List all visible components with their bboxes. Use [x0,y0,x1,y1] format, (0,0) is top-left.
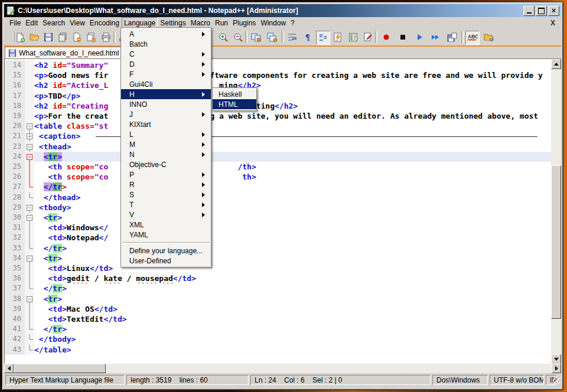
save-file-icon[interactable] [42,31,55,44]
fold-margin-marker[interactable] [25,233,34,243]
code-line-text[interactable]: </tr> [34,324,551,334]
scroll-up-button[interactable] [551,59,561,69]
code-line-text[interactable]: </table> [34,345,551,355]
fold-margin-marker[interactable] [25,314,34,324]
code-line-text[interactable]: <h2 id="Summary" [34,60,551,70]
code-line-text[interactable]: <h2 id="Active_L ming</h2> [34,80,551,90]
fold-margin-marker[interactable] [25,142,34,152]
language-menu-item-xml[interactable]: XML [121,220,211,230]
fold-margin-marker[interactable] [25,334,34,344]
code-line-text[interactable]: <th scope="co th> [34,172,551,182]
scroll-down-button[interactable] [551,354,561,364]
code-line[interactable]: 21 <caption> [5,131,551,141]
language-menu-item-gui4cli[interactable]: Gui4Cli [121,79,211,89]
code-line-text[interactable]: <th scope="co /th> [34,162,551,172]
close-all-icon[interactable] [84,31,97,44]
fold-margin-marker[interactable] [25,223,34,233]
fold-margin-marker[interactable] [25,121,34,131]
horizontal-scrollbar[interactable] [4,364,561,373]
scroll-right-button[interactable] [552,364,561,373]
code-line[interactable]: 20<table class="st [5,121,551,131]
code-line[interactable]: 25 <th scope="co /th> [5,162,551,172]
fold-margin-marker[interactable] [25,243,34,253]
macro-run-multiple-icon[interactable] [429,31,442,44]
function-completion-icon[interactable] [331,31,344,44]
spell-check-icon[interactable]: ABC [465,31,480,45]
code-line[interactable]: 32 <td>Notepad</ [5,233,551,243]
fold-margin-marker[interactable] [25,152,34,162]
code-line[interactable]: 33 </tr> [5,243,551,253]
code-editor[interactable]: 14<h2 id="Summary"15<p>Good news fir ftw… [4,58,561,364]
code-line[interactable]: 35 <td>Linux</td> [5,263,551,273]
language-menu-item-j[interactable]: J [121,109,211,119]
fold-margin-marker[interactable] [25,213,34,223]
tab-document[interactable]: What_software_do_I_need.html x [5,47,133,58]
sync-vertical-scroll-icon[interactable] [250,31,263,44]
menubar-item-view[interactable]: View [67,17,87,29]
fold-margin-marker[interactable] [25,253,34,263]
open-containing-folder-icon[interactable] [483,31,496,44]
language-menu-item-r[interactable]: R [121,179,211,190]
code-line[interactable]: 15<p>Good news fir ftware components for… [5,70,551,80]
macro-stop-icon[interactable] [396,31,409,44]
code-line[interactable]: 17<p>TBD</p> [5,91,551,101]
language-menu-item-c[interactable]: C [121,49,211,59]
fold-margin-marker[interactable] [25,182,34,192]
language-menu-item-d[interactable]: D [121,59,211,69]
code-line[interactable]: 23 <thead> [5,142,551,152]
code-line-text[interactable]: </tr> [34,243,551,253]
code-line-text[interactable]: <tr> [34,294,551,304]
fold-margin-marker[interactable] [25,192,34,202]
language-menu-item-inno[interactable]: INNO [121,99,211,109]
code-line[interactable]: 42 </tbody> [5,334,551,344]
vertical-scrollbar[interactable] [551,59,561,364]
code-line[interactable]: 14<h2 id="Summary" [5,60,551,70]
submenu-item-haskell[interactable]: Haskell [213,89,256,99]
code-line[interactable]: 30 <tr> [5,213,551,223]
code-line-text[interactable]: </thead> [34,192,551,202]
code-line[interactable]: 29 <tbody> [5,202,551,213]
vertical-scroll-thumb[interactable] [551,165,561,319]
code-line[interactable]: 41 </tr> [5,324,551,334]
sync-horizontal-scroll-icon[interactable] [266,31,279,44]
code-line-text[interactable]: <td>Mac OS</td> [34,304,551,314]
menubar-item-encoding[interactable]: Encoding [87,17,122,29]
code-line-text[interactable]: <tr> [34,253,551,263]
edit-marker-icon[interactable] [361,31,374,44]
language-menu-item-s[interactable]: S [121,190,211,200]
menubar-item-edit[interactable]: Edit [23,17,40,29]
macro-record-icon[interactable] [380,31,393,44]
menubar-item-plugins[interactable]: Plugins [230,17,258,29]
horizontal-scroll-thumb[interactable] [14,364,106,373]
zoom-out-icon[interactable] [232,31,245,44]
language-menu-item-l[interactable]: L [121,129,211,139]
menubar-item-run[interactable]: Run [213,17,230,29]
code-line[interactable]: 18<h2 id="Creating iting</h2> [5,101,551,111]
fold-margin-marker[interactable] [25,273,34,283]
fold-margin-marker[interactable] [25,304,34,314]
language-menu-item-a[interactable]: A [121,29,211,39]
code-line[interactable]: 28 </thead> [5,192,551,202]
code-line-text[interactable]: <h2 id="Creating iting</h2> [34,101,551,111]
fold-margin-marker[interactable] [25,202,34,213]
code-line-text[interactable]: <table class="st [34,121,551,131]
code-line-text[interactable]: </tbody> [34,334,551,344]
language-menu-item-t[interactable]: T [121,200,211,210]
code-line[interactable]: 27 </tr> [5,182,551,192]
document-map-icon[interactable] [347,31,360,44]
code-line[interactable]: 16<h2 id="Active_L ming</h2> [5,80,551,90]
new-file-icon[interactable] [14,31,27,44]
menubar-item-[interactable]: ? [288,17,297,29]
print-icon[interactable] [99,31,112,44]
code-line-text[interactable]: </tr> [34,182,551,192]
code-line[interactable]: 39 <td>Mac OS</td> [5,304,551,314]
indent-guide-icon[interactable] [316,31,330,45]
code-line[interactable]: 34 <tr> [5,253,551,263]
language-menu-item-p[interactable]: P [121,169,211,179]
code-line-text[interactable]: <caption> [34,131,551,141]
title-bar[interactable]: C:\Users\user\Desktop\What_software_do_I… [4,4,561,17]
language-menu-item-kixtart[interactable]: KIXtart [121,119,211,129]
fold-margin-marker[interactable] [25,162,34,172]
open-file-icon[interactable] [28,31,41,44]
resize-grip[interactable] [553,377,561,384]
